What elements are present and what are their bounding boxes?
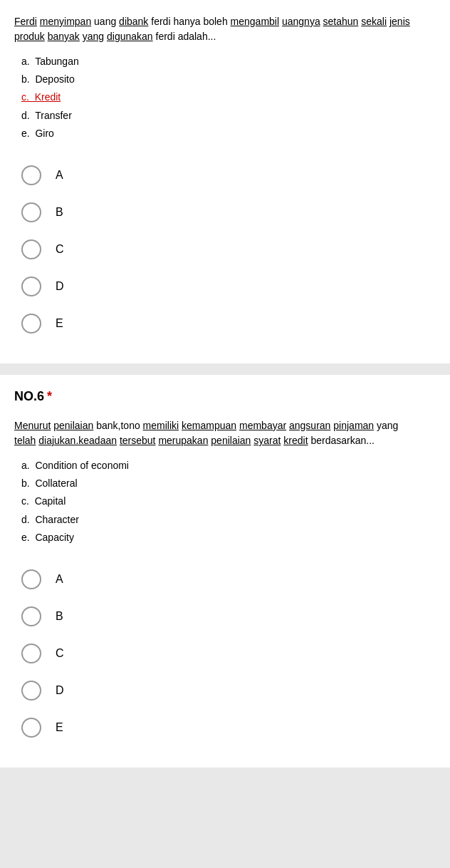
q5-word: produk (14, 31, 45, 42)
q6-radio-a[interactable] (21, 569, 41, 589)
q6-answer-option-c[interactable]: C (14, 635, 436, 672)
q5-option-c: c. Kredit (21, 88, 436, 106)
question-6-card: NO.6* Menurut penilaian bank,tono memili… (0, 375, 450, 768)
q5-word: mengambil (231, 16, 279, 27)
q6-answer-option-e[interactable]: E (14, 709, 436, 746)
q5-word: yang (83, 31, 104, 42)
q5-word: banyak (48, 31, 80, 42)
question-5-card: Ferdi menyimpan uang dibank ferdi hanya … (0, 0, 450, 363)
q6-text: bank,tono (96, 420, 142, 431)
q6-option-c: c. Capital (21, 492, 436, 510)
q5-text: uang (94, 16, 119, 27)
q6-radio-b[interactable] (21, 606, 41, 626)
q6-word: merupakan (158, 435, 208, 446)
radio-c[interactable] (21, 239, 41, 259)
q5-word: Ferdi (14, 16, 37, 27)
q6-word: syarat (253, 435, 281, 446)
q5-option-a: a. Tabungan (21, 53, 436, 71)
q6-word: kemampuan (182, 420, 236, 431)
question-6-number: NO.6 (14, 389, 44, 403)
answer-label-e: E (56, 317, 63, 330)
q6-answer-label-c: C (56, 647, 64, 660)
radio-b[interactable] (21, 202, 41, 222)
q6-option-e: e. Capacity (21, 529, 436, 547)
q6-word: pinjaman (333, 420, 374, 431)
q5-word: digunakan (107, 31, 153, 42)
q5-option-b: b. Deposito (21, 71, 436, 88)
answer-label-a: A (56, 169, 63, 182)
answer-option-b[interactable]: B (14, 194, 436, 231)
separator (0, 369, 450, 375)
question-6-text: Menurut penilaian bank,tono memiliki kem… (14, 418, 436, 448)
q6-text: berdasarkan... (310, 435, 375, 446)
q6-answer-option-b[interactable]: B (14, 598, 436, 635)
answer-option-a[interactable]: A (14, 157, 436, 194)
question-6-header: NO.6* (14, 389, 436, 404)
radio-d[interactable] (21, 277, 41, 296)
radio-a[interactable] (21, 165, 41, 185)
question-5-options-list: a. Tabungan b. Deposito c. Kredit d. Tra… (14, 53, 436, 143)
q6-word: penilaian (211, 435, 251, 446)
q5-text: ferdi adalah... (156, 31, 216, 42)
q6-radio-c[interactable] (21, 644, 41, 663)
q5-word: dibank (119, 16, 148, 27)
q6-word: telah (14, 435, 36, 446)
q6-answer-label-b: B (56, 610, 63, 623)
q6-word: angsuran (289, 420, 330, 431)
question-5-text: Ferdi menyimpan uang dibank ferdi hanya … (14, 14, 436, 44)
answer-label-b: B (56, 206, 63, 219)
answer-option-c[interactable]: C (14, 231, 436, 268)
q6-word: kredit (283, 435, 308, 446)
q5-option-d: d. Transfer (21, 107, 436, 125)
q6-option-a: a. Condition of economi (21, 457, 436, 475)
answer-label-d: D (56, 280, 64, 293)
q6-text: yang (377, 420, 398, 431)
q6-option-d: d. Character (21, 511, 436, 529)
q6-word: tersebut (120, 435, 156, 446)
question-5-answer-options: A B C D E (14, 157, 436, 342)
q6-word: diajukan.keadaan (38, 435, 117, 446)
radio-e[interactable] (21, 314, 41, 334)
answer-option-d[interactable]: D (14, 268, 436, 305)
q6-radio-d[interactable] (21, 681, 41, 701)
answer-label-c: C (56, 243, 64, 256)
question-6-answer-options: A B C D E (14, 561, 436, 746)
q6-answer-label-a: A (56, 573, 63, 586)
q6-word: penilaian (53, 420, 93, 431)
q5-option-e: e. Giro (21, 125, 436, 143)
question-6-options-list: a. Condition of economi b. Collateral c.… (14, 457, 436, 547)
q5-text: ferdi hanya boleh (151, 16, 230, 27)
answer-option-e[interactable]: E (14, 305, 436, 342)
q5-word: sekali (361, 16, 387, 27)
q6-word: Menurut (14, 420, 51, 431)
q6-word: membayar (239, 420, 286, 431)
q6-radio-e[interactable] (21, 718, 41, 738)
q5-word: jenis (389, 16, 410, 27)
q5-word: uangnya (282, 16, 320, 27)
q5-word: setahun (323, 16, 359, 27)
q6-answer-option-d[interactable]: D (14, 672, 436, 709)
required-star: * (47, 389, 52, 403)
q6-word: memiliki (143, 420, 179, 431)
q6-answer-option-a[interactable]: A (14, 561, 436, 598)
q5-word: menyimpan (40, 16, 91, 27)
q6-answer-label-d: D (56, 684, 64, 697)
q6-answer-label-e: E (56, 721, 63, 734)
q6-option-b: b. Collateral (21, 475, 436, 492)
